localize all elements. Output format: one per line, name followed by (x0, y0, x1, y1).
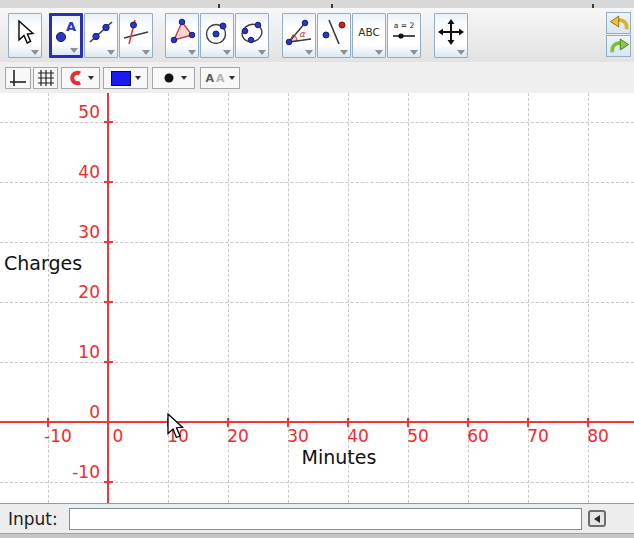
tool-conic-button[interactable] (235, 13, 269, 58)
y-axis-tick (104, 181, 113, 183)
toolbar: A (0, 8, 634, 63)
input-label: Input: (8, 509, 58, 529)
tool-polygon-button[interactable] (165, 13, 199, 58)
window-bottom-edge (0, 533, 634, 538)
color-dropdown[interactable] (103, 67, 148, 89)
tool-dropdown-arrow[interactable] (375, 50, 383, 55)
tool-dropdown-arrow[interactable] (107, 50, 115, 55)
x-tick-label: 60 (467, 426, 489, 446)
triangle-left-icon (594, 515, 600, 523)
y-axis-line (107, 93, 109, 503)
tool-circle-button[interactable] (200, 13, 234, 58)
stylebar: AA (0, 62, 634, 94)
x-axis-title: Minutes (302, 446, 377, 468)
x-tick-label: -10 (44, 426, 72, 446)
move-view-icon (437, 18, 465, 46)
x-tick-label: 30 (287, 426, 309, 446)
y-axis-tick (104, 361, 113, 363)
tool-dropdown-arrow[interactable] (305, 50, 313, 55)
tool-reflect-button[interactable] (317, 13, 351, 58)
tool-move-button[interactable] (8, 13, 42, 58)
tool-dropdown-arrow[interactable] (188, 50, 196, 55)
y-gridline (0, 362, 634, 363)
redo-button[interactable] (606, 35, 631, 57)
redo-icon (608, 36, 631, 57)
input-help-collapse-button[interactable] (588, 510, 606, 527)
tool-dropdown-arrow[interactable] (457, 50, 465, 55)
tool-slider-button[interactable]: a = 2 (387, 13, 421, 58)
y-tick-label: 10 (20, 343, 100, 361)
graphics-view[interactable]: Charges Minutes -1001020304050607080-100… (0, 93, 634, 503)
svg-text:a = 2: a = 2 (394, 21, 415, 30)
chevron-down-icon (229, 76, 235, 80)
x-tick-label: 20 (227, 426, 249, 446)
polygon-icon (168, 18, 196, 46)
y-axis-tick (104, 421, 113, 423)
undo-icon (608, 13, 631, 34)
undo-button[interactable] (606, 12, 631, 34)
tool-move-view-button[interactable] (434, 13, 468, 58)
y-tick-label: 20 (20, 283, 100, 301)
cursor-arrow-icon (11, 18, 39, 46)
point-capturing-dropdown[interactable] (61, 67, 100, 89)
input-bar: Input: (0, 503, 634, 534)
y-gridline (0, 122, 634, 123)
tool-angle-button[interactable]: α (282, 13, 316, 58)
x-tick-label: 50 (407, 426, 429, 446)
y-axis-tick (104, 481, 113, 483)
y-tick-label: 50 (20, 103, 100, 121)
menubar-clipped (0, 0, 634, 8)
tool-dropdown-arrow[interactable] (340, 50, 348, 55)
mouse-cursor (167, 413, 185, 440)
axes-icon (9, 69, 27, 87)
label-style-icon: A (205, 72, 214, 85)
tool-new-point-button[interactable]: A (49, 13, 83, 58)
show-axes-toggle[interactable] (5, 67, 31, 89)
tool-dropdown-arrow[interactable] (410, 50, 418, 55)
y-tick-label: 30 (20, 223, 100, 241)
x-tick-label: 0 (113, 426, 124, 446)
line-icon (87, 18, 115, 46)
magnet-icon (68, 70, 84, 86)
tool-dropdown-arrow[interactable] (31, 50, 39, 55)
y-gridline (0, 482, 634, 483)
svg-text:α: α (299, 29, 306, 39)
tool-dropdown-arrow[interactable] (258, 50, 266, 55)
input-field[interactable] (69, 508, 582, 530)
chevron-down-icon (135, 76, 141, 80)
y-tick-label: -10 (20, 463, 100, 481)
point-style-icon (161, 70, 177, 86)
point-style-dropdown[interactable] (152, 67, 195, 89)
geogebra-window: A (0, 0, 634, 538)
tool-text-button[interactable]: ABC (352, 13, 386, 58)
y-gridline (0, 242, 634, 243)
point-icon: A (52, 18, 80, 46)
x-tick-label: 40 (347, 426, 369, 446)
y-axis-title: Charges (4, 252, 82, 274)
label-style-dropdown[interactable]: AA (200, 67, 240, 89)
tool-perpendicular-line-button[interactable] (119, 13, 153, 58)
color-swatch-blue (111, 71, 131, 86)
x-tick-label: 80 (587, 426, 609, 446)
chevron-down-icon (88, 76, 94, 80)
svg-text:A: A (66, 19, 76, 34)
x-tick-label: 70 (527, 426, 549, 446)
show-grid-toggle[interactable] (33, 67, 58, 89)
chevron-down-icon (181, 76, 187, 80)
grid-icon (37, 69, 55, 87)
y-tick-label: 40 (20, 163, 100, 181)
circle-icon (203, 18, 231, 46)
y-axis-tick (104, 301, 113, 303)
reflection-icon (320, 18, 348, 46)
tool-dropdown-arrow[interactable] (142, 50, 150, 55)
perpendicular-line-icon (122, 18, 150, 46)
tool-dropdown-arrow[interactable] (70, 48, 78, 53)
slider-icon: a = 2 (390, 18, 418, 46)
svg-text:ABC: ABC (358, 26, 380, 38)
ellipse-icon (238, 18, 266, 46)
y-axis-tick (104, 121, 113, 123)
tool-line-button[interactable] (84, 13, 118, 58)
tool-dropdown-arrow[interactable] (223, 50, 231, 55)
y-gridline (0, 302, 634, 303)
y-axis-tick (104, 241, 113, 243)
